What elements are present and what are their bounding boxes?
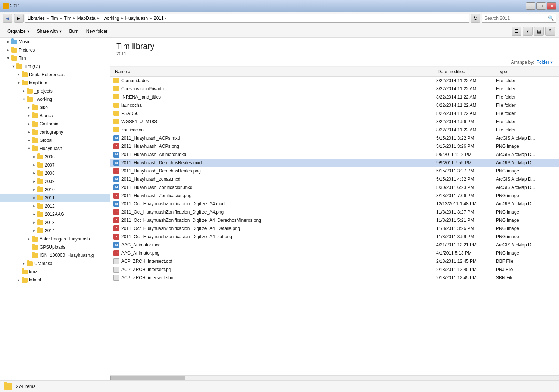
sidebar-item-2008[interactable]: ► 2008 xyxy=(0,169,110,177)
arrange-value[interactable]: Folder ▾ xyxy=(537,60,553,65)
sidebar-item-2009[interactable]: ► 2009 xyxy=(0,177,110,186)
sidebar-item-uramasa[interactable]: ► Uramasa xyxy=(0,259,110,268)
table-row[interactable]: ACP_ZRCH_intersect.sbn 2/18/2011 12:45 P… xyxy=(110,274,559,282)
search-box[interactable]: 🔍 xyxy=(482,14,556,23)
table-row[interactable]: M 2011_Huayhuash_Animator.mxd 5/5/2011 1… xyxy=(110,150,559,159)
sidebar-item-2012[interactable]: ► 2012 xyxy=(0,202,110,210)
forward-button[interactable]: ► xyxy=(14,14,24,23)
table-row[interactable]: P AAG_Animator.png 4/1/2011 5:13 PM PNG … xyxy=(110,249,559,257)
sidebar-item-2011[interactable]: ► 2011 xyxy=(0,194,110,202)
share-with-label: Share with xyxy=(37,29,58,34)
mxd-icon: M xyxy=(113,135,119,141)
sidebar-item-global[interactable]: ► Global xyxy=(0,136,110,144)
maximize-button[interactable]: □ xyxy=(536,2,546,10)
path-separator: ► xyxy=(120,16,124,20)
new-folder-button[interactable]: New folder xyxy=(83,27,111,36)
sidebar-item-2010[interactable]: ► 2010 xyxy=(0,186,110,194)
sidebar-item-ign[interactable]: IGN_100000_Huayhuash.g xyxy=(0,251,110,259)
file-name: ACP_ZRCH_intersect.sbn xyxy=(113,275,436,281)
sidebar-item-2014[interactable]: ► 2014 xyxy=(0,227,110,235)
table-row[interactable]: zonficacion 8/22/2014 11:22 AM File fold… xyxy=(110,126,559,134)
organize-button[interactable]: Organize ▾ xyxy=(4,27,33,36)
table-row[interactable]: M 2011_Huayhuash_zonas.mxd 5/15/2011 4:3… xyxy=(110,175,559,183)
table-row[interactable]: Comunidades 8/22/2014 11:22 AM File fold… xyxy=(110,77,559,85)
horizontal-scrollbar[interactable] xyxy=(110,375,559,380)
arrange-dropdown-arrow: ▾ xyxy=(550,60,553,65)
table-row[interactable]: M 2011_Huayhuash_ACPs.mxd 5/15/2011 3:22… xyxy=(110,134,559,142)
help-button[interactable]: ? xyxy=(545,27,555,36)
minimize-button[interactable]: ─ xyxy=(526,2,535,10)
table-row[interactable]: P 2011_Huayhuash_ACPs.png 5/15/2011 3:26… xyxy=(110,142,559,150)
col-header-type[interactable]: Type xyxy=(496,69,556,74)
sidebar-item-working[interactable]: ▼ _working xyxy=(0,95,110,103)
table-row[interactable]: P 2011_Oct_HuayhuashZonificacion_Digitiz… xyxy=(110,233,559,241)
sidebar-item-california[interactable]: ► California xyxy=(0,120,110,128)
address-path[interactable]: Libraries ► Tim ► Tim ► MapData ► _worki… xyxy=(25,14,469,23)
search-input[interactable] xyxy=(484,16,546,21)
table-row[interactable]: PSAD56 8/22/2014 11:22 AM File folder xyxy=(110,109,559,118)
table-row[interactable]: M AAG_Animator.mxd 4/21/2011 12:21 PM Ar… xyxy=(110,241,559,249)
table-row[interactable]: lauricocha 8/22/2014 11:22 AM File folde… xyxy=(110,101,559,109)
table-row[interactable]: P 2011_Huayhuash_DerechosReales.png 5/15… xyxy=(110,167,559,175)
table-row[interactable]: P 2011_Oct_HuayhuashZonificacion_Digitiz… xyxy=(110,224,559,233)
tree-arrow: ► xyxy=(26,113,32,118)
sidebar-item-kmz[interactable]: kmz xyxy=(0,268,110,276)
table-row[interactable]: P 2011_Oct_HuayhuashZonificacion_Digitiz… xyxy=(110,208,559,216)
share-with-button[interactable]: Share with ▾ xyxy=(34,27,65,36)
folder-icon xyxy=(37,211,44,218)
col-header-date[interactable]: Date modified xyxy=(436,69,496,74)
sidebar-item-huayhuash[interactable]: ▼ Huayhuash xyxy=(0,144,110,153)
tree-arrow: ► xyxy=(21,261,26,266)
file-type: ArcGIS ArcMap D... xyxy=(496,136,556,141)
sidebar-item-music[interactable]: ► Music xyxy=(0,38,110,46)
table-row[interactable]: WGS84_UTM18S 8/22/2014 1:56 PM File fold… xyxy=(110,118,559,126)
table-row[interactable]: ACP_ZRCH_intersect.prj 2/18/2011 12:45 P… xyxy=(110,265,559,274)
file-date: 11/8/2011 3:26 PM xyxy=(436,226,496,231)
sidebar-item-tim[interactable]: ▼ Tim xyxy=(0,54,110,62)
sidebar-item-2013[interactable]: ► 2013 xyxy=(0,218,110,227)
file-date: 8/22/2014 11:22 AM xyxy=(436,86,496,91)
burn-button[interactable]: Burn xyxy=(66,27,82,36)
refresh-button[interactable]: ↻ xyxy=(471,14,480,23)
file-name: ConservacionPrivada xyxy=(113,86,436,91)
back-button[interactable]: ◄ xyxy=(3,14,12,23)
view-list-button[interactable]: ☰ xyxy=(512,27,521,36)
scroll-track[interactable] xyxy=(110,376,559,380)
table-row[interactable]: P 2011_Oct_HuayhuashZonificacion_Digitiz… xyxy=(110,216,559,224)
folder-icon xyxy=(37,178,44,185)
file-type: PNG image xyxy=(496,226,556,231)
sidebar-item-miami[interactable]: ► Miami xyxy=(0,276,110,284)
table-row[interactable]: ACP_ZRCH_intersect.dbf 2/18/2011 12:45 P… xyxy=(110,257,559,265)
table-row[interactable]: M 2011_Oct_HuayhuashZonificacion_Digitiz… xyxy=(110,200,559,208)
sidebar-label: 2013 xyxy=(45,220,55,225)
sidebar-item-bike[interactable]: ► bike xyxy=(0,103,110,112)
col-header-name[interactable]: Name ▲ xyxy=(113,69,436,74)
view-dropdown-button[interactable]: ▾ xyxy=(523,27,533,36)
path-separator: ► xyxy=(97,16,100,20)
path-dropdown-arrow[interactable]: ▾ xyxy=(165,16,166,20)
view-pane-button[interactable]: ▤ xyxy=(534,27,544,36)
sidebar-label: _working xyxy=(34,97,52,102)
sidebar-item-gpsuploads[interactable]: GPSUploads xyxy=(0,243,110,251)
sidebar-item-2012aag[interactable]: ► 2012AAG xyxy=(0,210,110,218)
sidebar-label: Blanca xyxy=(40,113,53,118)
table-row[interactable]: ConservacionPrivada 8/22/2014 11:22 AM F… xyxy=(110,85,559,93)
folder-icon xyxy=(37,153,44,160)
table-row[interactable]: M 2011_Huayhuash_Zonificacion.mxd 8/30/2… xyxy=(110,183,559,192)
scroll-thumb[interactable] xyxy=(110,376,185,380)
sidebar-item-2006[interactable]: ► 2006 xyxy=(0,153,110,161)
sidebar-item-tim-c[interactable]: ▼ Tim (C:) xyxy=(0,62,110,71)
table-row[interactable]: M 2011_Huayhuash_DerechosReales.mxd 9/9/… xyxy=(110,159,559,167)
sidebar-item-blanca[interactable]: ► Blanca xyxy=(0,112,110,120)
table-row[interactable]: INRENA_land_titles 8/22/2014 11:22 AM Fi… xyxy=(110,93,559,101)
sidebar-item-pictures[interactable]: ► Pictures xyxy=(0,46,110,54)
sidebar-item-digitalrefs[interactable]: ► DigitalReferences xyxy=(0,71,110,79)
sidebar-item-cartography[interactable]: ► cartography xyxy=(0,128,110,136)
sidebar-item-mapdata[interactable]: ▼ MapData xyxy=(0,79,110,87)
close-button[interactable]: ✕ xyxy=(547,2,556,10)
folder-icon xyxy=(21,268,28,275)
sidebar-item-2007[interactable]: ► 2007 xyxy=(0,161,110,169)
sidebar-item-aster[interactable]: ► Aster Images Huayhuash xyxy=(0,235,110,243)
sidebar-item-projects[interactable]: ► _projects xyxy=(0,87,110,95)
table-row[interactable]: P 2011_Huayhuash_Zonificacion.png 8/18/2… xyxy=(110,192,559,200)
